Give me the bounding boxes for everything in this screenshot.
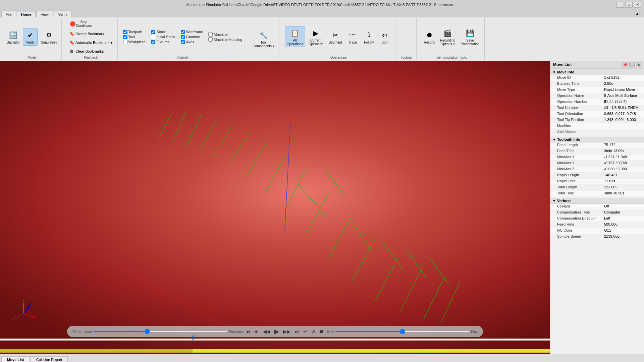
speed-slider[interactable] xyxy=(335,331,470,332)
axes-checkbox-label[interactable]: Axes xyxy=(181,40,203,44)
bottom-tab-bar: Move List Collision Report xyxy=(0,354,644,362)
initial-stock-checkbox-label[interactable]: Initial Stock xyxy=(151,35,175,39)
svg-line-50 xyxy=(13,314,23,319)
ribbon-group-operations: 📋 AllOperations ▶ CurrentOperation ✂ Seg… xyxy=(282,18,395,60)
tool-checkbox-label[interactable]: Tool xyxy=(123,35,146,39)
tool-number-row: Tool Number #3 - 1/8 BULL ENDM xyxy=(550,105,644,111)
slow-label: Slow xyxy=(327,330,334,334)
scrub-track[interactable] xyxy=(0,349,550,353)
verbose-header[interactable]: ▼ Verbose xyxy=(550,198,644,204)
loop-button[interactable]: ↺ xyxy=(310,328,317,335)
workpiece-checkbox-label[interactable]: Workpiece xyxy=(123,40,146,44)
tool-checkbox[interactable] xyxy=(123,35,127,39)
toolpath-info-section: ▼ Toolpath Info Feed Length 75.172 Feed … xyxy=(550,136,644,197)
auto-bookmark-button[interactable]: 🔖 Automatic Bookmark ▾ xyxy=(67,39,115,46)
machine-housing-checkbox[interactable] xyxy=(208,37,213,42)
ribbon-group-tool-components: Toolpath Tool Workpiece Stock Initial St… xyxy=(120,18,246,60)
simulation-button[interactable]: ⚙ Simulation xyxy=(39,28,59,46)
segment-button[interactable]: ✂ Segment xyxy=(327,28,344,46)
all-operations-button[interactable]: 📋 AllOperations xyxy=(285,26,305,47)
trace-button[interactable]: 〰 Trace xyxy=(345,28,360,46)
tab-collision-report[interactable]: Collision Report xyxy=(31,356,68,362)
machine-checkbox-label[interactable]: Machine xyxy=(208,32,242,37)
recording-options-button[interactable]: 🎬 RecordingOptions ▾ xyxy=(438,26,458,47)
panel-close-button[interactable]: ✕ xyxy=(636,62,641,67)
clear-bookmark-icon: 🗑 xyxy=(69,49,74,54)
move-list-header: Move List 📌 — ✕ xyxy=(550,61,644,69)
tab-move-list[interactable]: Move List xyxy=(1,356,30,362)
coolant-row: Coolant Off xyxy=(550,204,644,210)
fixtures-checkbox[interactable] xyxy=(151,40,155,44)
axis-values-row: Axis Values xyxy=(550,129,644,135)
toolpath-info-header[interactable]: ▼ Toolpath Info xyxy=(550,137,644,142)
wireframe-checkbox-label[interactable]: Wireframe xyxy=(181,30,203,34)
toolpath-checkbox[interactable] xyxy=(123,30,127,34)
tab-home[interactable]: Home xyxy=(17,11,36,17)
stop-conditions-button[interactable]: 🛑 StopConditions xyxy=(67,19,94,29)
fixtures-checkbox-label[interactable]: Fixtures xyxy=(151,40,175,44)
tool-components-button[interactable]: 🔧 ToolComponents ▾ xyxy=(251,28,276,49)
workpiece-checkbox[interactable] xyxy=(123,40,127,44)
min-max-y-row: Min/Max Y -0.767 / 0.768 xyxy=(550,161,644,167)
gnomon-checkbox[interactable] xyxy=(181,35,185,39)
stop-conditions-icon: 🛑 xyxy=(69,20,76,27)
current-operation-icon: ▶ xyxy=(311,28,321,39)
maximize-button[interactable]: □ xyxy=(625,2,633,8)
initial-stock-checkbox[interactable] xyxy=(151,35,155,39)
timeline-area[interactable] xyxy=(0,337,550,342)
stock-checkbox-label[interactable]: Stock xyxy=(151,30,175,34)
ribbon-tab-bar: File Home View Verify ▲ xyxy=(0,9,644,17)
current-operation-button[interactable]: ▶ CurrentOperation xyxy=(307,26,325,47)
stock-checkbox[interactable] xyxy=(151,30,155,34)
toolpath-checkbox-label[interactable]: Toolpath xyxy=(123,30,146,34)
gnomon-checkbox-label[interactable]: Gnomon xyxy=(181,35,203,39)
save-presentation-button[interactable]: 💾 SavePresentation xyxy=(459,26,481,47)
stop-button[interactable]: ⏹ xyxy=(318,328,325,335)
wireframe-checkbox[interactable] xyxy=(181,30,185,34)
tab-file[interactable]: File xyxy=(1,11,16,17)
both-button[interactable]: ⇔ Both xyxy=(378,28,392,46)
panel-pin-button[interactable]: 📌 xyxy=(623,62,628,67)
clear-bookmarks-button[interactable]: 🗑 Clear Bookmarks xyxy=(67,48,106,55)
total-length-row: Total Length 223.609 xyxy=(550,185,644,191)
create-bookmark-button[interactable]: 🔖 Create Bookmark xyxy=(67,30,106,38)
record-button[interactable]: ⏺ Record xyxy=(422,28,437,46)
tab-view[interactable]: View xyxy=(36,11,53,17)
move-info-header[interactable]: ▼ Move Info xyxy=(550,69,644,75)
scrub-bar-container xyxy=(0,348,550,354)
ribbon-group-tool-comp-btn: 🔧 ToolComponents ▾ xyxy=(248,18,279,60)
minimize-button[interactable]: — xyxy=(616,2,624,8)
panel-minimize-button[interactable]: — xyxy=(629,62,635,67)
axes-checkbox[interactable] xyxy=(181,40,185,44)
ribbon: File Home View Verify ▲ 🔙 Backplot ✔ Ver… xyxy=(0,9,644,61)
scrub-fill xyxy=(0,349,193,353)
ribbon-collapse-btn[interactable]: ▲ xyxy=(635,11,640,16)
play-forward-button[interactable]: ▶▶ xyxy=(282,328,292,335)
viewport[interactable]: Y Z X -X Performance Precision ⏮ ⏭ ◀◀ xyxy=(0,61,550,354)
follow-button[interactable]: ⤵ Follow xyxy=(362,28,376,46)
total-time-row: Total Time 3min 30.90s xyxy=(550,191,644,197)
undo-button[interactable]: ↩ xyxy=(302,328,309,335)
panel-controls: 📌 — ✕ xyxy=(623,62,641,67)
operation-name-row: Operation Name 5-Axis Multi Surface xyxy=(550,93,644,99)
tab-verify[interactable]: Verify xyxy=(54,11,72,17)
move-info-section: ▼ Move Info Move ID 1 of 2182 Elapsed Ti… xyxy=(550,69,644,136)
feed-length-row: Feed Length 75.172 xyxy=(550,142,644,148)
skip-to-start-button[interactable]: ⏮ xyxy=(244,328,252,335)
backplot-button[interactable]: 🔙 Backplot xyxy=(5,28,21,46)
move-type-row: Move Type Rapid Linear Move xyxy=(550,87,644,93)
3d-model xyxy=(0,61,550,354)
timeline-position xyxy=(193,336,194,340)
performance-slider[interactable] xyxy=(93,331,227,332)
elapsed-time-row: Elapsed Time 2.50s xyxy=(550,81,644,87)
verify-button[interactable]: ✔ Verify xyxy=(23,28,38,46)
machine-checkbox[interactable] xyxy=(208,32,213,37)
timeline-track[interactable] xyxy=(0,339,550,341)
skip-to-end-button[interactable]: ⏭ xyxy=(293,328,301,335)
play-button[interactable]: ▶ xyxy=(273,327,280,336)
machine-housing-checkbox-label[interactable]: Machine Housing xyxy=(208,37,242,42)
step-back-button[interactable]: ⏭ xyxy=(253,328,260,335)
play-back-button[interactable]: ◀◀ xyxy=(262,328,272,335)
close-button[interactable]: ✕ xyxy=(634,2,641,8)
ribbon-group-toolpath: Toolpath xyxy=(398,18,417,60)
